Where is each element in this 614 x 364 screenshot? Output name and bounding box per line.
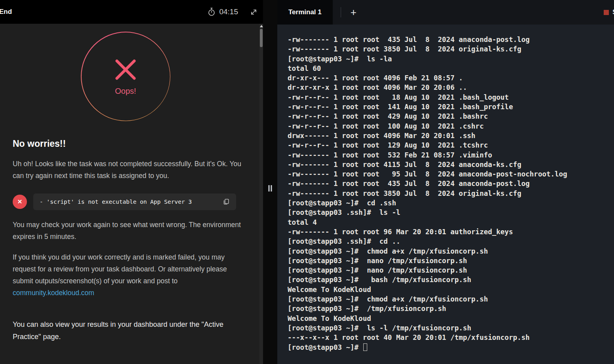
result-intro-text: Uh oh! Looks like the task was not compl… <box>13 158 242 182</box>
stopwatch-icon <box>208 8 215 16</box>
check-work-text: You may check your work again to see wha… <box>13 219 242 243</box>
left-topbar: End 04:15 <box>0 0 263 24</box>
result-body: Oops! No worries!! Uh oh! Looks like the… <box>0 24 263 343</box>
end-button[interactable]: End <box>0 6 16 18</box>
error-message-box: - 'script' is not executable on App Serv… <box>33 193 236 210</box>
stop-square-icon[interactable] <box>604 10 609 15</box>
timer-value: 04:15 <box>219 8 238 16</box>
community-link[interactable]: community.kodekloud.com <box>13 289 94 297</box>
panel-resizer[interactable] <box>263 0 277 364</box>
terminal-panel: Terminal 1 + S -rw------- 1 root root 43… <box>277 0 614 364</box>
x-circle-icon[interactable]: ✕ <box>13 195 27 209</box>
result-heading: No worries!! <box>13 138 263 149</box>
pause-handle-icon[interactable] <box>269 185 272 191</box>
terminal-lines: -rw------- 1 root root 435 Jul 8 2024 an… <box>288 36 567 351</box>
app-root: End 04:15 <box>0 0 614 364</box>
review-text-body: If you think you did your work correctly… <box>13 253 227 285</box>
scrollbar-thumb[interactable] <box>260 29 263 47</box>
error-message: - 'script' is not executable on App Serv… <box>40 199 192 205</box>
terminal-output[interactable]: -rw------- 1 root root 435 Jul 8 2024 an… <box>277 25 614 364</box>
expand-icon[interactable] <box>250 8 257 16</box>
oops-circle: Oops! <box>81 32 170 121</box>
oops-label: Oops! <box>115 87 136 96</box>
countdown-timer: 04:15 <box>208 8 238 16</box>
copy-icon[interactable] <box>221 197 231 207</box>
new-terminal-button[interactable]: + <box>341 0 366 25</box>
terminal-topbar: Terminal 1 + S <box>277 0 614 25</box>
task-result-panel: End 04:15 <box>0 0 263 364</box>
terminal-cursor <box>363 343 367 351</box>
scroll-up-icon[interactable] <box>260 25 263 27</box>
x-mark-icon <box>113 57 138 82</box>
error-row: ✕ - 'script' is not executable on App Se… <box>13 193 263 210</box>
dashboard-note: You can also view your results in your d… <box>13 318 244 343</box>
review-text: If you think you did your work correctly… <box>13 251 242 299</box>
left-scrollbar[interactable] <box>259 24 263 364</box>
terminal-tab-1[interactable]: Terminal 1 <box>277 0 333 25</box>
status-label: S <box>612 9 614 16</box>
session-status: S <box>604 0 614 25</box>
